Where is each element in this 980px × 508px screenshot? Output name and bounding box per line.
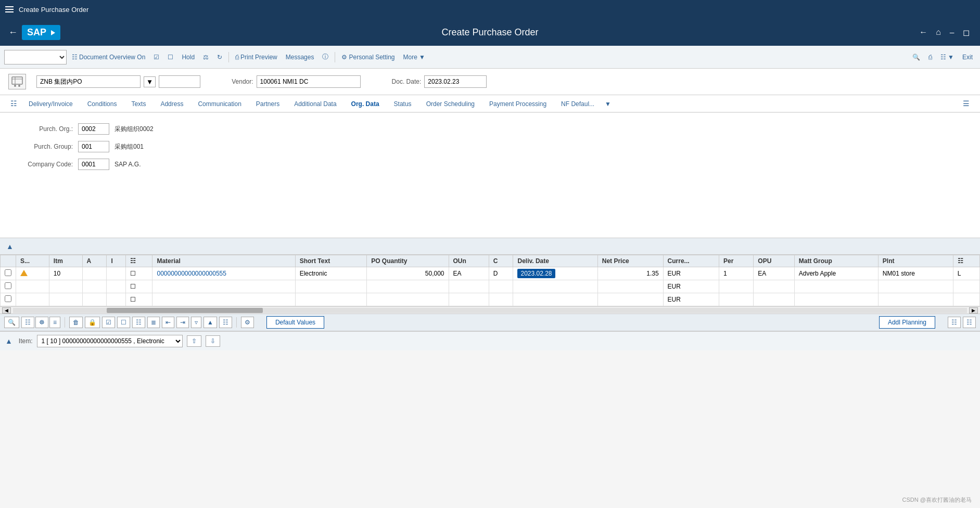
hamburger-menu[interactable] [5, 6, 14, 12]
header-minimize-icon[interactable]: ‒ [947, 25, 957, 40]
lock-btn[interactable]: 🔒 [85, 317, 100, 328]
tab-delivery-invoice[interactable]: Delivery/Invoice [21, 96, 80, 113]
paste-row-icon: ☐ [121, 319, 126, 326]
toolbar-select[interactable] [4, 50, 67, 64]
cart-vendor-dropdown[interactable]: ▼ [144, 76, 156, 87]
col-c: C [489, 255, 513, 267]
row2-matt-group [794, 280, 878, 293]
filter-btn[interactable]: ▿ [191, 317, 201, 328]
table-view-btn3[interactable]: ≡ [49, 317, 60, 328]
paste-row-btn[interactable]: ☐ [117, 317, 130, 328]
tab-status[interactable]: Status [387, 96, 419, 113]
scroll-thumb[interactable] [107, 308, 263, 313]
cart-vendor-code-input[interactable] [159, 75, 200, 88]
table-row: 10 ☐ 00000000000000000555 Electronic 50,… [1, 267, 980, 280]
tab-expand-icon: ▼ [605, 100, 611, 108]
row3-checkbox[interactable] [5, 295, 11, 302]
row1-deliv-date: 2023.02.28 [513, 267, 597, 280]
purch-group-row: Purch. Group: 采购组001 [16, 141, 964, 152]
tab-partners[interactable]: Partners [249, 96, 287, 113]
tabs-container: ☷ Delivery/Invoice Conditions Texts Addr… [0, 95, 980, 113]
tab-order-scheduling[interactable]: Order Scheduling [419, 96, 482, 113]
refresh-icon-btn[interactable]: ↻ [214, 51, 225, 63]
row1-mat-icon: ☐ [130, 270, 136, 277]
company-code-input[interactable] [78, 159, 109, 170]
item-prev-btn[interactable]: ⇧ [187, 335, 201, 347]
vendor-input[interactable] [257, 75, 361, 88]
row2-currency: EUR [663, 280, 719, 293]
tab-payment-processing[interactable]: Payment Processing [482, 96, 554, 113]
table-btn-5[interactable]: ☷ [132, 317, 145, 328]
export-btn[interactable]: ☷ [219, 317, 232, 328]
table-action-btn2[interactable]: ☷ [963, 317, 976, 328]
header-restore-icon[interactable]: ◻ [961, 25, 972, 40]
exit-btn[interactable]: Exit [959, 51, 976, 63]
table-view-btn1[interactable]: ☷ [21, 317, 34, 328]
layout-btn[interactable]: ☷ ▼ [937, 51, 957, 63]
col-per: Per [719, 255, 754, 267]
print-preview-btn[interactable]: ⎙ Print Preview [232, 51, 281, 63]
doc-date-field: Doc. Date: [392, 75, 487, 88]
info-icon-btn[interactable]: ⓘ [319, 50, 332, 63]
col-matt-group: Matt Group [794, 255, 878, 267]
header-back-icon[interactable]: ← [917, 25, 930, 39]
copy-icon-btn[interactable]: ☑ [150, 51, 162, 63]
header-home-icon[interactable]: ⌂ [934, 25, 943, 39]
row2-checkbox[interactable] [5, 282, 11, 289]
zoom-btn[interactable]: 🔍 [4, 317, 19, 328]
svg-point-4 [18, 85, 20, 87]
table-view-btn2[interactable]: ☸ [35, 317, 48, 328]
delete-row-btn[interactable]: 🗑 [69, 317, 83, 328]
filter-remove-btn[interactable]: ▲ [203, 317, 217, 328]
tab-texts[interactable]: Texts [124, 96, 153, 113]
hold-btn[interactable]: Hold [179, 51, 198, 63]
tab-conditions[interactable]: Conditions [80, 96, 124, 113]
tab-more-btn[interactable]: ▼ [602, 96, 614, 112]
tab-address[interactable]: Address [153, 96, 190, 113]
tab-additional-data[interactable]: Additional Data [287, 96, 343, 113]
align-right-btn[interactable]: ⇥ [176, 317, 189, 328]
print-btn[interactable]: ⎙ [925, 51, 935, 63]
item-collapse-icon[interactable]: ▲ [5, 337, 12, 345]
tab-left-icon[interactable]: ☷ [8, 95, 19, 112]
balance-icon-btn[interactable]: ⚖ [200, 51, 212, 63]
table-action-btn1[interactable]: ☷ [948, 317, 961, 328]
paste-icon-btn[interactable]: ☐ [164, 51, 176, 63]
settings-btn[interactable]: ⚙ [241, 317, 254, 328]
scroll-right-btn[interactable]: ▶ [969, 307, 978, 314]
tab-org-data[interactable]: Org. Data [344, 96, 387, 113]
cog-icon: ⚙ [245, 319, 250, 326]
sap-header: ← SAP Create Purchase Order ← ⌂ ‒ ◻ [0, 19, 980, 46]
row1-mat-icon-cell: ☐ [126, 267, 152, 280]
scroll-left-btn[interactable]: ◀ [2, 307, 11, 314]
purch-group-input[interactable] [78, 141, 109, 152]
search-btn[interactable]: 🔍 [909, 51, 923, 63]
personal-setting-btn[interactable]: ⚙ Personal Setting [338, 51, 398, 63]
back-button[interactable]: ← [8, 27, 18, 38]
table-btn-6[interactable]: ≣ [147, 317, 160, 328]
messages-btn[interactable]: Messages [283, 51, 317, 63]
item-select[interactable]: 1 [ 10 ] 00000000000000000555 , Electron… [37, 335, 183, 347]
row2-oun [449, 280, 489, 293]
tab-expand-btn[interactable]: ☰ [961, 95, 972, 112]
item-next-btn[interactable]: ⇩ [206, 335, 220, 347]
addl-planning-btn[interactable]: Addl Planning [879, 316, 935, 329]
row1-checkbox[interactable] [5, 269, 11, 276]
row1-opu: EA [754, 267, 794, 280]
table-collapse-icon[interactable]: ▲ [4, 240, 16, 253]
more-btn[interactable]: More ▼ [400, 51, 428, 63]
tab-communication[interactable]: Communication [190, 96, 248, 113]
row1-material-link[interactable]: 00000000000000000555 [157, 270, 226, 277]
align-left-btn[interactable]: ⇤ [162, 317, 174, 328]
tab-nf-default[interactable]: NF Defaul... [554, 96, 602, 113]
purch-org-input[interactable] [78, 123, 109, 135]
document-overview-btn[interactable]: ☷ Document Overview On [69, 51, 148, 63]
table-scroll-area[interactable]: S... Itm A I ☷ Material Short Text PO Qu… [0, 255, 980, 306]
copy-row-btn[interactable]: ☑ [102, 317, 115, 328]
row3-per [719, 293, 754, 306]
default-values-btn[interactable]: Default Values [266, 316, 324, 329]
row2-po-qty [367, 280, 449, 293]
cart-vendor-input[interactable] [36, 75, 141, 88]
doc-date-input[interactable] [424, 75, 487, 88]
row3-c [489, 293, 513, 306]
